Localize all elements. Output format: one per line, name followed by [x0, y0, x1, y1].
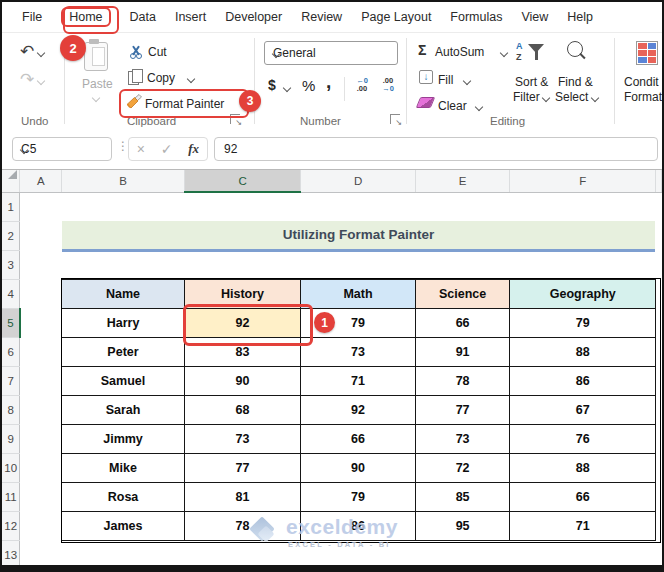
row-header-13[interactable]: 13: [2, 540, 20, 569]
menu-tab-page-layout[interactable]: Page Layout: [361, 7, 431, 27]
formula-input[interactable]: 92: [214, 137, 658, 161]
copy-icon[interactable]: [128, 71, 139, 85]
cell-F8[interactable]: 67: [510, 395, 656, 424]
format-painter-icon[interactable]: [126, 94, 142, 112]
paste-button[interactable]: Paste: [82, 77, 113, 91]
cell-E13[interactable]: [415, 540, 510, 569]
cell-B12[interactable]: James: [62, 511, 185, 540]
cell-B13[interactable]: [62, 540, 185, 569]
number-dialog-launcher-icon[interactable]: [390, 114, 400, 124]
cell-C6[interactable]: 83: [184, 337, 301, 366]
cell-F7[interactable]: 86: [510, 366, 656, 395]
undo-icon[interactable]: ↶: [20, 41, 44, 62]
autosum-button[interactable]: AutoSum: [435, 45, 484, 59]
cell-F12[interactable]: 71: [510, 511, 656, 540]
menu-tab-home[interactable]: Home: [61, 7, 110, 27]
cell-C3[interactable]: [184, 250, 301, 279]
paste-dropdown-icon[interactable]: [92, 94, 100, 102]
cell-B9[interactable]: Jimmy: [62, 424, 185, 453]
cell-A4[interactable]: [20, 279, 62, 308]
cell-F5[interactable]: 79: [510, 308, 656, 337]
cell-C9[interactable]: 73: [184, 424, 301, 453]
row-header-9[interactable]: 9: [2, 424, 20, 453]
cell-E5[interactable]: 66: [415, 308, 510, 337]
column-header-A[interactable]: A: [20, 170, 62, 192]
cell-D13[interactable]: [301, 540, 415, 569]
cell-E4[interactable]: Science: [415, 279, 510, 308]
cell-E3[interactable]: [415, 250, 510, 279]
column-header-F[interactable]: F: [510, 170, 656, 192]
cell-F1[interactable]: [510, 192, 656, 221]
menu-tab-data[interactable]: Data: [130, 7, 156, 27]
menu-tab-developer[interactable]: Developer: [225, 7, 282, 27]
comma-style-button[interactable]: ,: [326, 71, 331, 93]
cell-C8[interactable]: 68: [184, 395, 301, 424]
paste-icon[interactable]: [84, 42, 108, 71]
cell-A12[interactable]: [20, 511, 62, 540]
cell-C1[interactable]: [184, 192, 301, 221]
conditional-formatting-icon[interactable]: [636, 41, 658, 65]
row-header-5[interactable]: 5: [2, 308, 20, 337]
cell-C7[interactable]: 90: [184, 366, 301, 395]
autosum-icon[interactable]: Σ: [418, 42, 426, 58]
cell-B7[interactable]: Samuel: [62, 366, 185, 395]
cell-D1[interactable]: [301, 192, 415, 221]
sort-filter-button[interactable]: Sort &: [515, 75, 548, 89]
row-header-7[interactable]: 7: [2, 366, 20, 395]
cell-D9[interactable]: 66: [301, 424, 415, 453]
column-header-D[interactable]: D: [301, 170, 415, 192]
cell-D10[interactable]: 90: [301, 453, 415, 482]
cell-A6[interactable]: [20, 337, 62, 366]
menu-tab-file[interactable]: File: [22, 7, 42, 27]
cell-E1[interactable]: [415, 192, 510, 221]
cell-C10[interactable]: 77: [184, 453, 301, 482]
clear-button[interactable]: Clear: [438, 99, 467, 113]
cell-A7[interactable]: [20, 366, 62, 395]
column-header-C[interactable]: C: [184, 170, 301, 192]
row-header-2[interactable]: 2: [2, 221, 20, 250]
row-header-12[interactable]: 12: [2, 511, 20, 540]
decrease-decimal-button[interactable]: .00 →0: [376, 77, 400, 93]
cell-D3[interactable]: [301, 250, 415, 279]
cell-C5[interactable]: 92: [184, 308, 301, 337]
cell-B10[interactable]: Mike: [62, 453, 185, 482]
cell-B5[interactable]: Harry: [62, 308, 185, 337]
row-header-1[interactable]: 1: [2, 192, 20, 221]
cell-F11[interactable]: 66: [510, 482, 656, 511]
currency-dropdown-icon[interactable]: [283, 84, 291, 92]
clipboard-dialog-launcher-icon[interactable]: [230, 114, 240, 124]
copy-button[interactable]: Copy: [147, 71, 175, 85]
cell-E8[interactable]: 77: [415, 395, 510, 424]
clear-icon[interactable]: [416, 97, 435, 108]
sheet-title-cell[interactable]: Utilizing Format Painter: [62, 221, 656, 250]
cell-D4[interactable]: Math: [301, 279, 415, 308]
cell-F9[interactable]: 76: [510, 424, 656, 453]
redo-icon[interactable]: ↷: [20, 69, 44, 90]
accounting-format-button[interactable]: $: [268, 77, 276, 93]
fill-dropdown-icon[interactable]: [463, 77, 471, 85]
clear-dropdown-icon[interactable]: [475, 103, 483, 111]
percent-style-button[interactable]: %: [302, 77, 315, 94]
cut-icon[interactable]: [129, 45, 143, 59]
find-select-button[interactable]: Find &: [558, 75, 593, 89]
column-header-B[interactable]: B: [62, 170, 185, 192]
cell-D12[interactable]: 86: [301, 511, 415, 540]
cell-E6[interactable]: 91: [415, 337, 510, 366]
cell-F4[interactable]: Geography: [510, 279, 656, 308]
row-header-4[interactable]: 4: [2, 279, 20, 308]
cancel-icon[interactable]: ×: [137, 141, 145, 157]
cell-A1[interactable]: [20, 192, 62, 221]
insert-function-icon[interactable]: fx: [188, 141, 199, 157]
cell-F13[interactable]: [510, 540, 656, 569]
cut-button[interactable]: Cut: [148, 45, 167, 59]
cell-B4[interactable]: Name: [62, 279, 185, 308]
cell-F10[interactable]: 88: [510, 453, 656, 482]
menu-tab-help[interactable]: Help: [567, 7, 593, 27]
menu-tab-view[interactable]: View: [521, 7, 548, 27]
sort-filter-button-line2[interactable]: Filter: [513, 90, 549, 104]
cell-E11[interactable]: 85: [415, 482, 510, 511]
row-header-11[interactable]: 11: [2, 482, 20, 511]
cell-C4[interactable]: History: [184, 279, 301, 308]
cell-D8[interactable]: 92: [301, 395, 415, 424]
cell-C11[interactable]: 81: [184, 482, 301, 511]
